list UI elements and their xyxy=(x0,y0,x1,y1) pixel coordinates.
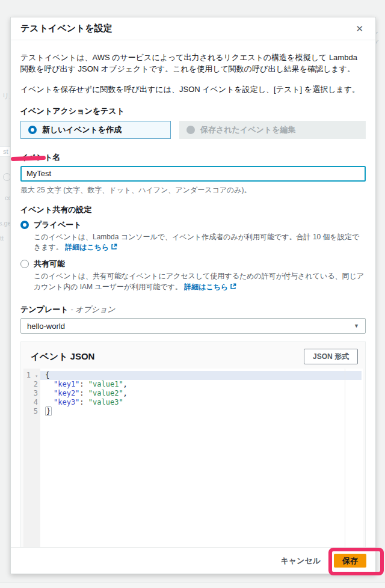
event-name-constraint: 最大 25 文字 (文字、数字、ドット、ハイフン、アンダースコアのみ)。 xyxy=(20,185,366,195)
radio-disabled-icon xyxy=(186,126,195,134)
code-text: } xyxy=(40,407,52,416)
radio-private-label: プライベート xyxy=(34,219,82,230)
external-link-icon xyxy=(230,283,236,293)
line-number: 4 xyxy=(23,398,40,407)
radio-shareable[interactable]: 共有可能 xyxy=(20,259,366,269)
code-text: { xyxy=(40,371,49,380)
external-link-icon xyxy=(111,243,117,253)
learn-more-link[interactable]: 詳細はこちら xyxy=(65,243,117,251)
annotation-save-highlight xyxy=(328,548,384,575)
code-line: 4 "key3": "value3" xyxy=(23,398,363,407)
json-code-editor[interactable]: 1 ▾ { 2 "key1": "value1", 3 "key2": "val… xyxy=(23,369,363,547)
code-text: "key2": "value2", xyxy=(40,389,128,398)
modal-body: テストイベントは、AWS のサービスによって出力されるリクエストの構造を模擬して… xyxy=(11,40,375,547)
template-label: テンプレート - オプション xyxy=(20,304,366,315)
modal-footer: キャンセル 保存 xyxy=(11,547,375,574)
cancel-button[interactable]: キャンセル xyxy=(280,556,321,566)
page-footer-divider xyxy=(0,583,385,588)
radio-private-description: このイベントは、Lambda コンソールで、イベント作成者のみが利用可能です。合… xyxy=(34,232,366,254)
event-name-input[interactable] xyxy=(20,166,366,182)
chevron-down-icon: ▼ xyxy=(354,323,359,329)
close-icon[interactable]: ✕ xyxy=(356,24,363,33)
event-action-label: イベントアクションをテスト xyxy=(20,106,366,117)
lambda-console-page: ング リス st co s.ge tt テストイベントを設定 ✕ テストイベント… xyxy=(0,0,385,588)
radio-selected-icon xyxy=(20,221,29,229)
line-number: 5 xyxy=(23,407,40,416)
segment-edit-saved-event: 保存されたイベントを編集 xyxy=(179,121,366,139)
intro-paragraph-2: イベントを保存せずに関数を呼び出すには、JSON イベントを設定し、[テスト] … xyxy=(20,84,366,96)
segment-label: 保存されたイベントを編集 xyxy=(200,124,295,135)
radio-shareable-description: このイベントは、共有可能なイベントにアクセスして使用するための許可が付与されてい… xyxy=(34,271,366,293)
json-format-button[interactable]: JSON 形式 xyxy=(304,349,358,364)
code-line: 5 } xyxy=(23,407,363,416)
template-label-main: テンプレート xyxy=(20,305,69,314)
line-number: 3 xyxy=(23,389,40,398)
modal-header: テストイベントを設定 ✕ xyxy=(11,17,375,40)
learn-more-link[interactable]: 詳細はこちら xyxy=(184,283,236,291)
event-name-label: イベント名 xyxy=(20,152,366,163)
segment-label: 新しいイベントを作成 xyxy=(42,124,122,135)
intro-paragraph: テストイベントは、AWS のサービスによって出力されるリクエストの構造を模擬して… xyxy=(20,52,366,75)
event-sharing-label: イベント共有の設定 xyxy=(20,204,366,215)
radio-selected-icon xyxy=(28,126,37,134)
template-label-optional: - オプション xyxy=(70,305,115,314)
code-line: 3 "key2": "value2", xyxy=(23,389,363,398)
segment-create-new-event[interactable]: 新しいイベントを作成 xyxy=(20,121,171,139)
configure-test-event-modal: テストイベントを設定 ✕ テストイベントは、AWS のサービスによって出力される… xyxy=(10,17,376,574)
code-text: "key1": "value1", xyxy=(40,380,128,389)
link-text: 詳細はこちら xyxy=(184,283,228,291)
line-number: 1 ▾ xyxy=(23,371,40,380)
background-fragment: tt xyxy=(0,234,4,242)
radio-unselected-icon xyxy=(20,260,29,268)
code-line: 1 ▾ { xyxy=(23,371,363,380)
event-json-panel: イベント JSON JSON 形式 1 ▾ { 2 "key1": "value… xyxy=(20,341,366,547)
fold-caret-icon[interactable]: ▾ xyxy=(35,373,38,379)
template-selected-value: hello-world xyxy=(27,322,65,331)
radio-shareable-label: 共有可能 xyxy=(34,259,65,269)
code-text: "key3": "value3" xyxy=(40,398,123,407)
template-select[interactable]: hello-world ▼ xyxy=(20,318,366,334)
link-text: 詳細はこちら xyxy=(65,243,109,251)
event-json-title: イベント JSON xyxy=(31,351,94,363)
modal-title: テストイベントを設定 xyxy=(20,23,112,34)
event-action-segmented-control: 新しいイベントを作成 保存されたイベントを編集 xyxy=(20,121,366,139)
radio-private[interactable]: プライベート xyxy=(20,219,366,230)
code-line: 2 "key1": "value1", xyxy=(23,380,363,389)
event-json-panel-header: イベント JSON JSON 形式 xyxy=(23,342,363,369)
background-fragment: s.ge xyxy=(0,219,11,227)
line-number: 2 xyxy=(23,380,40,389)
